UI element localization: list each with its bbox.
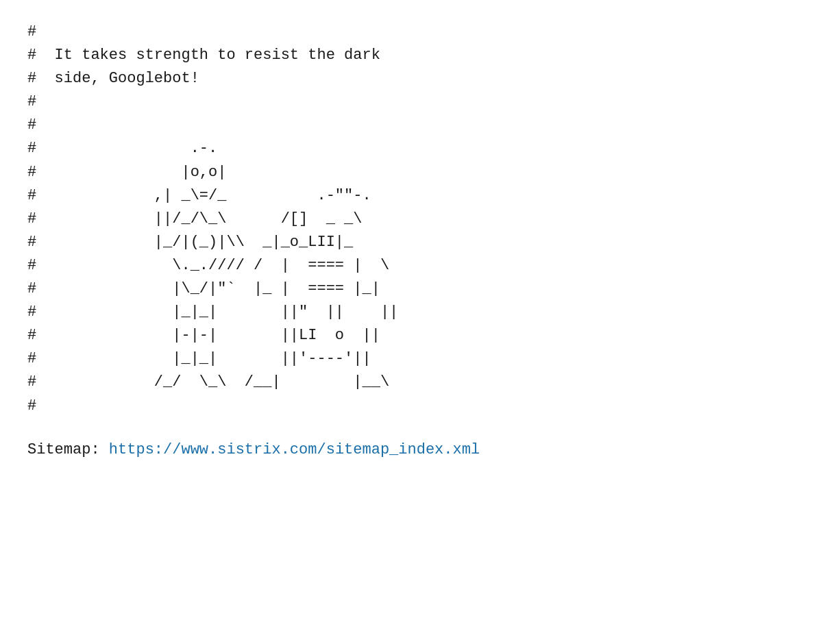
sitemap-label: Sitemap: (27, 441, 100, 458)
ascii-art-block: # # It takes strength to resist the dark… (27, 21, 794, 418)
sitemap-section: Sitemap: https://www.sistrix.com/sitemap… (27, 438, 794, 462)
sitemap-link[interactable]: https://www.sistrix.com/sitemap_index.xm… (109, 441, 480, 458)
